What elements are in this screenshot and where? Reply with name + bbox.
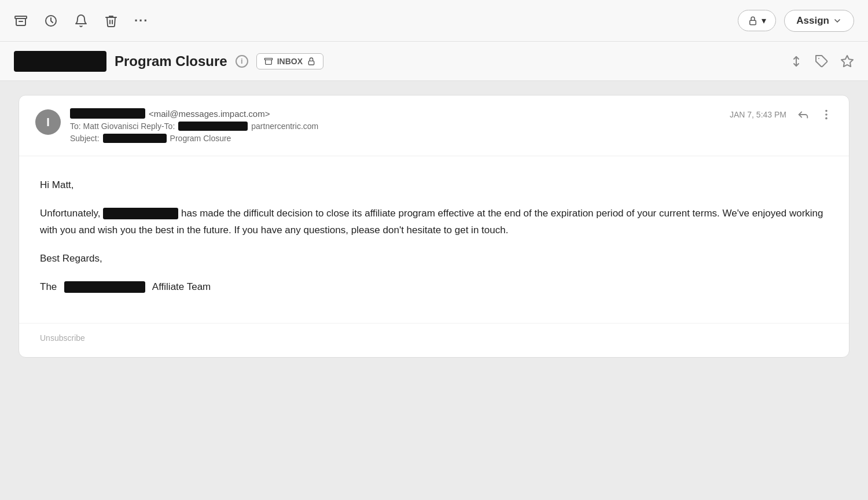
inbox-badge[interactable]: INBOX xyxy=(256,53,323,69)
info-icon[interactable]: i xyxy=(236,55,248,68)
inbox-label: INBOX xyxy=(277,57,303,66)
svg-marker-7 xyxy=(841,56,853,67)
sender-avatar: I xyxy=(35,109,61,135)
svg-rect-3 xyxy=(750,20,756,25)
assign-button[interactable]: Assign xyxy=(784,10,854,32)
to-text: To: Matt Giovanisci Reply-To: xyxy=(70,122,175,131)
svg-rect-5 xyxy=(308,61,314,65)
to-domain: partnercentric.com xyxy=(251,122,318,131)
signature-before: The xyxy=(40,281,57,292)
archive-icon[interactable] xyxy=(14,14,28,28)
greeting: Hi Matt, xyxy=(40,177,828,194)
tag-icon[interactable] xyxy=(815,54,829,68)
email-subject-line: Subject: Program Closure xyxy=(70,134,318,143)
subject-header: Program Closure i INBOX xyxy=(0,42,868,81)
lock-button[interactable]: ▾ xyxy=(738,10,776,31)
trash-icon[interactable] xyxy=(104,14,118,28)
unsubscribe-link[interactable]: Unsubscribe xyxy=(40,333,85,343)
email-timestamp: JAN 7, 5:43 PM xyxy=(730,110,786,119)
bell-icon[interactable] xyxy=(74,14,88,28)
clock-icon[interactable] xyxy=(44,14,58,28)
body-paragraph-1: Unfortunately, has made the difficult de… xyxy=(40,205,828,239)
email-meta: <mail@messages.impact.com> To: Matt Giov… xyxy=(70,108,318,143)
body-regards: Best Regards, xyxy=(40,251,828,267)
signature-after: Affiliate Team xyxy=(152,281,211,292)
sender-name-redacted xyxy=(14,51,106,72)
company-name-redacted xyxy=(103,208,178,219)
email-subject-title: Program Closure xyxy=(115,53,227,69)
main-content: I <mail@messages.impact.com> To: Matt Gi… xyxy=(0,81,868,500)
toolbar-left: ··· xyxy=(14,13,148,28)
subject-label: Subject: xyxy=(70,134,100,143)
svg-point-8 xyxy=(826,111,827,112)
from-address: <mail@messages.impact.com> xyxy=(149,109,270,119)
reply-icon[interactable] xyxy=(797,108,810,121)
svg-rect-4 xyxy=(264,58,272,60)
body-signature: The Affiliate Team xyxy=(40,279,828,296)
email-footer: Unsubscribe xyxy=(19,323,849,357)
lock-chevron: ▾ xyxy=(762,15,766,26)
subject-redacted xyxy=(103,134,167,143)
email-more-icon[interactable] xyxy=(820,108,833,121)
email-from-line: <mail@messages.impact.com> xyxy=(70,108,318,119)
star-icon[interactable] xyxy=(840,54,854,68)
email-card: I <mail@messages.impact.com> To: Matt Gi… xyxy=(19,95,849,358)
svg-point-10 xyxy=(826,118,827,119)
svg-rect-0 xyxy=(15,16,27,19)
email-header-left: I <mail@messages.impact.com> To: Matt Gi… xyxy=(35,108,318,143)
email-body: Hi Matt, Unfortunately, has made the dif… xyxy=(19,156,849,323)
assign-label: Assign xyxy=(796,15,829,27)
svg-point-9 xyxy=(826,114,827,115)
subject-left: Program Closure i INBOX xyxy=(14,51,323,72)
email-header: I <mail@messages.impact.com> To: Matt Gi… xyxy=(19,95,849,156)
email-header-right: JAN 7, 5:43 PM xyxy=(730,108,833,121)
move-icon[interactable] xyxy=(789,54,803,68)
email-to-line: To: Matt Giovanisci Reply-To: partnercen… xyxy=(70,122,318,131)
subject-suffix: Program Closure xyxy=(170,134,231,143)
subject-right xyxy=(789,54,854,68)
toolbar: ··· ▾ Assign xyxy=(0,0,868,42)
toolbar-right: ▾ Assign xyxy=(738,10,854,32)
body-p1-before: Unfortunately, xyxy=(40,208,101,219)
replyto-redacted xyxy=(178,122,248,131)
more-options-icon[interactable]: ··· xyxy=(134,13,148,28)
from-name-redacted xyxy=(70,108,145,119)
company-name-signature-redacted xyxy=(64,281,145,293)
